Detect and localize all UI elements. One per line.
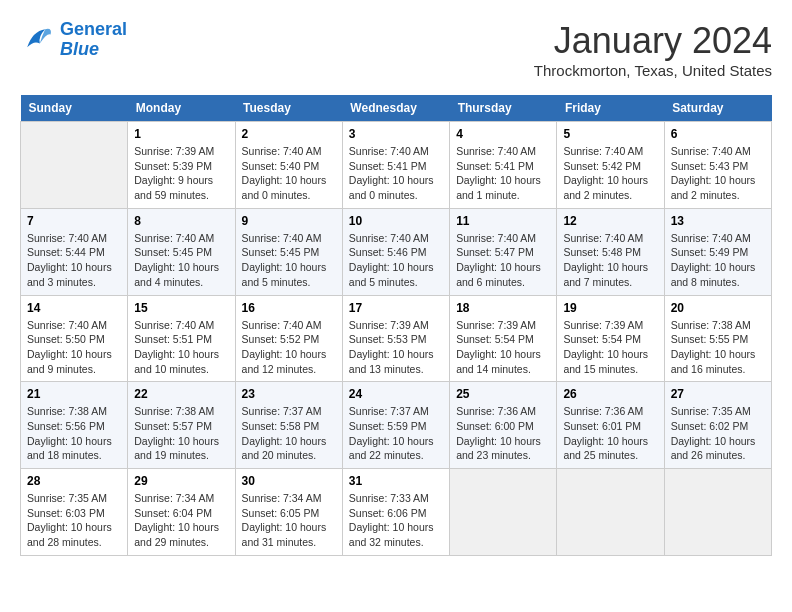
day-number: 4 [456,127,550,141]
sunset: Sunset: 6:03 PM [27,506,121,521]
daylight: Daylight: 10 hours and 8 minutes. [671,260,765,289]
calendar-cell: 28Sunrise: 7:35 AMSunset: 6:03 PMDayligh… [21,469,128,556]
sunset: Sunset: 5:56 PM [27,419,121,434]
day-number: 14 [27,301,121,315]
sunrise: Sunrise: 7:40 AM [27,231,121,246]
day-number: 2 [242,127,336,141]
sunset: Sunset: 5:42 PM [563,159,657,174]
daylight: Daylight: 9 hours and 59 minutes. [134,173,228,202]
sunrise: Sunrise: 7:40 AM [349,231,443,246]
calendar-cell: 3Sunrise: 7:40 AMSunset: 5:41 PMDaylight… [342,122,449,209]
day-info: Sunrise: 7:39 AMSunset: 5:54 PMDaylight:… [456,318,550,377]
day-info: Sunrise: 7:40 AMSunset: 5:48 PMDaylight:… [563,231,657,290]
day-info: Sunrise: 7:39 AMSunset: 5:53 PMDaylight:… [349,318,443,377]
sunset: Sunset: 5:45 PM [134,245,228,260]
calendar-cell [557,469,664,556]
daylight: Daylight: 10 hours and 29 minutes. [134,520,228,549]
sunrise: Sunrise: 7:40 AM [242,144,336,159]
daylight: Daylight: 10 hours and 15 minutes. [563,347,657,376]
header-day-monday: Monday [128,95,235,122]
sunset: Sunset: 5:41 PM [349,159,443,174]
sunrise: Sunrise: 7:40 AM [671,144,765,159]
day-number: 31 [349,474,443,488]
day-number: 11 [456,214,550,228]
day-info: Sunrise: 7:34 AMSunset: 6:05 PMDaylight:… [242,491,336,550]
daylight: Daylight: 10 hours and 1 minute. [456,173,550,202]
day-info: Sunrise: 7:38 AMSunset: 5:56 PMDaylight:… [27,404,121,463]
sunset: Sunset: 5:48 PM [563,245,657,260]
daylight: Daylight: 10 hours and 18 minutes. [27,434,121,463]
header-day-wednesday: Wednesday [342,95,449,122]
calendar-header-row: SundayMondayTuesdayWednesdayThursdayFrid… [21,95,772,122]
day-info: Sunrise: 7:38 AMSunset: 5:55 PMDaylight:… [671,318,765,377]
sunrise: Sunrise: 7:37 AM [349,404,443,419]
day-info: Sunrise: 7:37 AMSunset: 5:59 PMDaylight:… [349,404,443,463]
calendar-cell: 1Sunrise: 7:39 AMSunset: 5:39 PMDaylight… [128,122,235,209]
calendar-cell: 16Sunrise: 7:40 AMSunset: 5:52 PMDayligh… [235,295,342,382]
calendar-cell: 5Sunrise: 7:40 AMSunset: 5:42 PMDaylight… [557,122,664,209]
calendar-cell: 21Sunrise: 7:38 AMSunset: 5:56 PMDayligh… [21,382,128,469]
day-info: Sunrise: 7:34 AMSunset: 6:04 PMDaylight:… [134,491,228,550]
calendar-cell: 23Sunrise: 7:37 AMSunset: 5:58 PMDayligh… [235,382,342,469]
day-info: Sunrise: 7:40 AMSunset: 5:45 PMDaylight:… [242,231,336,290]
sunset: Sunset: 5:51 PM [134,332,228,347]
sunrise: Sunrise: 7:40 AM [456,231,550,246]
calendar-week-row: 28Sunrise: 7:35 AMSunset: 6:03 PMDayligh… [21,469,772,556]
sunset: Sunset: 5:58 PM [242,419,336,434]
sunrise: Sunrise: 7:40 AM [671,231,765,246]
sunset: Sunset: 6:06 PM [349,506,443,521]
sunrise: Sunrise: 7:39 AM [134,144,228,159]
daylight: Daylight: 10 hours and 14 minutes. [456,347,550,376]
page-header: General Blue January 2024 Throckmorton, … [20,20,772,79]
sunset: Sunset: 5:54 PM [456,332,550,347]
sunrise: Sunrise: 7:40 AM [456,144,550,159]
calendar-cell: 14Sunrise: 7:40 AMSunset: 5:50 PMDayligh… [21,295,128,382]
sunset: Sunset: 5:45 PM [242,245,336,260]
day-number: 25 [456,387,550,401]
calendar-cell: 4Sunrise: 7:40 AMSunset: 5:41 PMDaylight… [450,122,557,209]
day-info: Sunrise: 7:37 AMSunset: 5:58 PMDaylight:… [242,404,336,463]
sunrise: Sunrise: 7:37 AM [242,404,336,419]
calendar-cell: 10Sunrise: 7:40 AMSunset: 5:46 PMDayligh… [342,208,449,295]
calendar-table: SundayMondayTuesdayWednesdayThursdayFrid… [20,95,772,556]
daylight: Daylight: 10 hours and 5 minutes. [349,260,443,289]
day-number: 8 [134,214,228,228]
logo: General Blue [20,20,127,60]
day-number: 5 [563,127,657,141]
calendar-cell [21,122,128,209]
daylight: Daylight: 10 hours and 22 minutes. [349,434,443,463]
calendar-cell: 8Sunrise: 7:40 AMSunset: 5:45 PMDaylight… [128,208,235,295]
daylight: Daylight: 10 hours and 2 minutes. [563,173,657,202]
calendar-cell: 26Sunrise: 7:36 AMSunset: 6:01 PMDayligh… [557,382,664,469]
day-number: 7 [27,214,121,228]
daylight: Daylight: 10 hours and 20 minutes. [242,434,336,463]
day-number: 22 [134,387,228,401]
sunrise: Sunrise: 7:40 AM [134,231,228,246]
sunrise: Sunrise: 7:36 AM [563,404,657,419]
sunrise: Sunrise: 7:38 AM [134,404,228,419]
calendar-subtitle: Throckmorton, Texas, United States [534,62,772,79]
sunset: Sunset: 5:46 PM [349,245,443,260]
calendar-cell: 30Sunrise: 7:34 AMSunset: 6:05 PMDayligh… [235,469,342,556]
day-info: Sunrise: 7:35 AMSunset: 6:03 PMDaylight:… [27,491,121,550]
calendar-cell: 17Sunrise: 7:39 AMSunset: 5:53 PMDayligh… [342,295,449,382]
day-info: Sunrise: 7:40 AMSunset: 5:50 PMDaylight:… [27,318,121,377]
calendar-cell [664,469,771,556]
calendar-cell: 9Sunrise: 7:40 AMSunset: 5:45 PMDaylight… [235,208,342,295]
day-info: Sunrise: 7:40 AMSunset: 5:41 PMDaylight:… [349,144,443,203]
sunset: Sunset: 5:41 PM [456,159,550,174]
sunrise: Sunrise: 7:34 AM [134,491,228,506]
daylight: Daylight: 10 hours and 19 minutes. [134,434,228,463]
sunrise: Sunrise: 7:38 AM [27,404,121,419]
calendar-cell: 27Sunrise: 7:35 AMSunset: 6:02 PMDayligh… [664,382,771,469]
daylight: Daylight: 10 hours and 0 minutes. [242,173,336,202]
header-day-saturday: Saturday [664,95,771,122]
day-number: 28 [27,474,121,488]
day-info: Sunrise: 7:36 AMSunset: 6:01 PMDaylight:… [563,404,657,463]
day-info: Sunrise: 7:40 AMSunset: 5:41 PMDaylight:… [456,144,550,203]
day-info: Sunrise: 7:35 AMSunset: 6:02 PMDaylight:… [671,404,765,463]
day-info: Sunrise: 7:40 AMSunset: 5:44 PMDaylight:… [27,231,121,290]
daylight: Daylight: 10 hours and 32 minutes. [349,520,443,549]
day-info: Sunrise: 7:40 AMSunset: 5:47 PMDaylight:… [456,231,550,290]
calendar-title: January 2024 [534,20,772,62]
